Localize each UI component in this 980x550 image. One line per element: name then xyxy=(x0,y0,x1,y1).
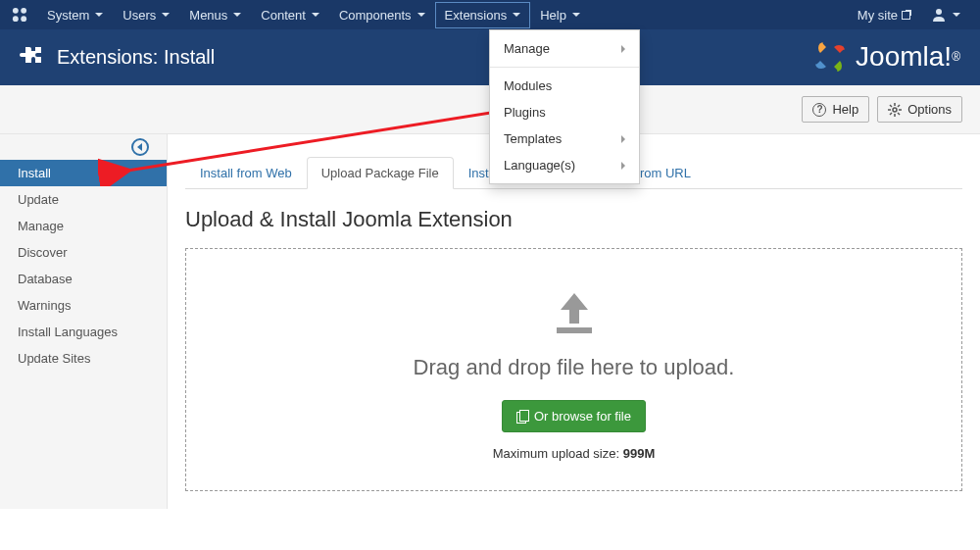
dropdown-item-plugins[interactable]: Plugins xyxy=(490,99,639,125)
tab-upload-package-file[interactable]: Upload Package File xyxy=(307,157,454,189)
nav-extensions[interactable]: Extensions xyxy=(435,2,531,28)
options-label: Options xyxy=(907,102,952,117)
mysite-link[interactable]: My site xyxy=(848,2,921,28)
nav-menus[interactable]: Menus xyxy=(179,2,251,28)
chevron-right-icon xyxy=(621,135,625,143)
caret-down-icon xyxy=(233,13,241,17)
gear-icon xyxy=(888,103,902,117)
joomla-icon xyxy=(10,5,29,25)
caret-down-icon xyxy=(312,13,319,17)
caret-down-icon xyxy=(953,13,960,17)
upload-icon xyxy=(545,288,604,337)
caret-down-icon xyxy=(513,13,520,17)
sidebar-item-warnings[interactable]: Warnings xyxy=(0,292,167,319)
mysite-label: My site xyxy=(858,8,898,23)
upload-dropzone[interactable]: Drag and drop file here to upload. Or br… xyxy=(185,248,962,491)
svg-point-1 xyxy=(21,8,26,14)
content: Install from WebUpload Package FileInsta… xyxy=(168,134,980,509)
drop-text: Drag and drop file here to upload. xyxy=(206,355,942,380)
options-button[interactable]: Options xyxy=(877,96,962,123)
sidebar-item-discover[interactable]: Discover xyxy=(0,239,167,266)
caret-down-icon xyxy=(572,13,580,17)
svg-rect-17 xyxy=(557,330,592,333)
chevron-right-icon xyxy=(621,45,625,53)
dropdown-item-manage[interactable]: Manage xyxy=(490,35,639,62)
nav-content[interactable]: Content xyxy=(251,2,329,28)
dropdown-item-templates[interactable]: Templates xyxy=(490,125,639,152)
svg-line-11 xyxy=(898,113,900,115)
caret-down-icon xyxy=(162,13,170,17)
max-upload-text: Maximum upload size: 999M xyxy=(206,446,942,461)
sidebar: InstallUpdateManageDiscoverDatabaseWarni… xyxy=(0,134,168,509)
nav-components[interactable]: Components xyxy=(329,2,435,28)
sidebar-item-update[interactable]: Update xyxy=(0,186,167,213)
nav-system[interactable]: System xyxy=(37,2,113,28)
sidebar-item-install[interactable]: Install xyxy=(0,160,167,186)
sidebar-item-update-sites[interactable]: Update Sites xyxy=(0,345,167,372)
sidebar-item-manage[interactable]: Manage xyxy=(0,213,167,239)
page-title: Extensions: Install xyxy=(57,46,215,69)
tab-install-from-web[interactable]: Install from Web xyxy=(185,157,307,189)
dropdown-item-modules[interactable]: Modules xyxy=(490,73,639,99)
file-icon xyxy=(516,410,528,423)
svg-line-12 xyxy=(898,105,900,107)
user-icon xyxy=(931,7,947,23)
sidebar-item-install-languages[interactable]: Install Languages xyxy=(0,319,167,345)
svg-point-0 xyxy=(13,8,19,14)
help-button[interactable]: ?Help xyxy=(802,96,869,123)
caret-down-icon xyxy=(95,13,103,17)
nav-users[interactable]: Users xyxy=(113,2,179,28)
caret-down-icon xyxy=(417,13,425,17)
user-menu[interactable] xyxy=(921,1,970,28)
sidebar-item-database[interactable]: Database xyxy=(0,266,167,292)
chevron-right-icon xyxy=(621,162,625,170)
joomla-logo-text: Joomla! xyxy=(856,41,952,73)
upload-heading: Upload & Install Joomla Extension xyxy=(185,207,962,232)
joomla-brand: Joomla!® xyxy=(810,37,960,76)
top-navbar: SystemUsersMenusContentComponentsExtensi… xyxy=(0,0,980,29)
svg-point-3 xyxy=(21,16,26,22)
browse-file-button[interactable]: Or browse for file xyxy=(502,400,646,432)
svg-point-4 xyxy=(936,9,942,15)
extensions-dropdown: ManageModulesPluginsTemplatesLanguage(s) xyxy=(489,29,640,184)
puzzle-icon xyxy=(20,45,45,71)
joomla-logo-icon xyxy=(810,37,850,76)
svg-point-2 xyxy=(13,16,19,22)
svg-line-13 xyxy=(890,113,892,115)
svg-point-5 xyxy=(893,108,897,112)
external-link-icon xyxy=(902,10,911,20)
help-label: Help xyxy=(832,102,858,117)
nav-help[interactable]: Help xyxy=(530,2,590,28)
svg-line-10 xyxy=(890,105,892,107)
help-icon: ? xyxy=(812,103,826,117)
dropdown-divider xyxy=(490,67,639,68)
dropdown-item-languages[interactable]: Language(s) xyxy=(490,152,639,178)
collapse-sidebar-icon[interactable] xyxy=(131,138,149,156)
browse-label: Or browse for file xyxy=(534,409,631,424)
